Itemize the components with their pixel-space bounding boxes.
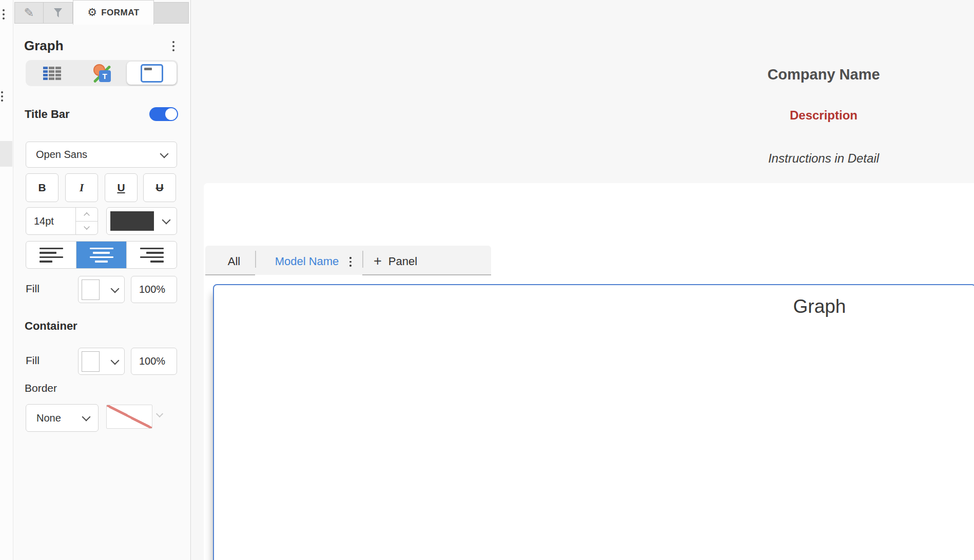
- add-panel-button[interactable]: + Panel: [371, 254, 420, 269]
- funnel-icon: [54, 8, 62, 17]
- tab-strip-underline: [362, 274, 491, 275]
- format-tab-label: FORMAT: [101, 8, 139, 18]
- graph-panel-title: Graph: [793, 296, 846, 317]
- fill-opacity-field: [131, 276, 177, 303]
- chevron-down-icon: [162, 216, 171, 225]
- chart-text-icon: T: [92, 64, 112, 83]
- italic-button[interactable]: I: [65, 173, 98, 202]
- plus-icon: +: [374, 254, 382, 268]
- display-mode-segmented-control: T: [26, 60, 178, 86]
- chevron-down-icon: [84, 224, 89, 230]
- chart-text-view-button[interactable]: T: [77, 62, 127, 85]
- panel-view-button[interactable]: [127, 62, 177, 85]
- section-title-container: Container: [25, 319, 77, 333]
- container-fill-opacity-input[interactable]: [131, 355, 177, 367]
- size-increment-button[interactable]: [76, 208, 98, 222]
- fill-color-dropdown[interactable]: [78, 276, 125, 303]
- title-bar-toggle[interactable]: [149, 107, 178, 121]
- section-title-graph: Graph: [24, 38, 64, 54]
- fill-opacity-input[interactable]: [131, 284, 177, 295]
- table-icon: [43, 67, 61, 80]
- align-center-button[interactable]: [76, 242, 126, 268]
- tab-extra-partial[interactable]: [154, 2, 189, 24]
- font-size-stepper: [76, 208, 98, 234]
- container-fill-label: Fill: [26, 354, 40, 367]
- align-center-icon: [90, 248, 113, 263]
- container-fill-color-dropdown[interactable]: [78, 348, 125, 375]
- tab-filter[interactable]: [44, 2, 73, 24]
- rail-drag-handle[interactable]: [0, 141, 12, 167]
- model-name-kebab-icon[interactable]: [348, 256, 353, 268]
- align-left-icon: [40, 248, 63, 263]
- fill-color-swatch: [82, 279, 100, 300]
- tab-divider: [255, 251, 256, 268]
- container-fill-opacity-field: [131, 348, 177, 375]
- rail-menu-icon[interactable]: [2, 8, 6, 21]
- panel-view-icon: [141, 64, 163, 83]
- tab-format[interactable]: ⚙ FORMAT: [73, 0, 154, 25]
- alignment-group: [26, 241, 177, 269]
- font-size-input[interactable]: [26, 215, 75, 227]
- left-rail: [0, 0, 13, 560]
- graph-options-kebab-icon[interactable]: [171, 40, 176, 52]
- size-decrement-button[interactable]: [76, 222, 98, 235]
- font-size-control: [26, 207, 98, 235]
- tab-model-name[interactable]: Model Name: [263, 254, 351, 269]
- tab-divider: [362, 251, 363, 268]
- bold-button[interactable]: B: [26, 173, 59, 202]
- app-window: ✎ ⚙ FORMAT Graph T Title Bar: [0, 0, 974, 560]
- strikethrough-button[interactable]: U: [143, 173, 176, 202]
- instructions-text[interactable]: Instructions in Detail: [567, 151, 974, 166]
- font-family-value: Open Sans: [36, 149, 87, 161]
- border-label: Border: [25, 382, 57, 394]
- company-name-text[interactable]: Company Name: [567, 66, 974, 83]
- align-right-button[interactable]: [126, 242, 177, 268]
- tab-strip-underline: [205, 274, 255, 275]
- chevron-down-icon: [111, 356, 120, 365]
- font-color-dropdown[interactable]: [106, 207, 177, 235]
- chevron-down-icon: [111, 284, 120, 293]
- graph-panel-selected[interactable]: [213, 284, 974, 560]
- align-left-button[interactable]: [26, 242, 76, 268]
- border-style-dropdown[interactable]: None: [26, 404, 99, 432]
- border-style-value: None: [36, 412, 61, 424]
- align-right-icon: [140, 248, 164, 263]
- font-family-select[interactable]: Open Sans: [26, 142, 177, 168]
- underline-button[interactable]: U: [105, 173, 138, 202]
- title-bar-label: Title Bar: [25, 108, 70, 121]
- gear-icon: ⚙: [87, 7, 97, 18]
- pencil-icon: ✎: [24, 7, 34, 19]
- chevron-down-icon: [82, 413, 91, 422]
- tab-edit[interactable]: ✎: [14, 2, 44, 24]
- graph-panel-title-wrap: Graph: [563, 296, 974, 317]
- description-text[interactable]: Description: [567, 108, 974, 123]
- chevron-up-icon: [84, 212, 89, 218]
- tab-all[interactable]: All: [213, 254, 255, 269]
- table-view-button[interactable]: [27, 62, 77, 85]
- fill-label: Fill: [26, 283, 40, 295]
- font-color-swatch: [110, 211, 154, 231]
- add-panel-label: Panel: [388, 255, 417, 268]
- border-color-swatch-disabled: [106, 405, 152, 429]
- container-fill-color-swatch: [82, 351, 100, 372]
- chevron-down-icon: [160, 149, 169, 158]
- rail-secondary-menu-icon[interactable]: [0, 90, 4, 103]
